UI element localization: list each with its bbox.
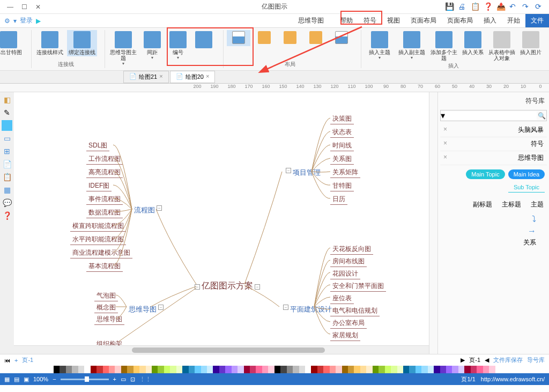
- mm-node[interactable]: 气泡图: [94, 291, 118, 301]
- mm-node[interactable]: 数据流程图: [86, 208, 123, 218]
- layout-3-button[interactable]: [278, 30, 302, 46]
- color-palette[interactable]: [0, 366, 549, 373]
- mm-node[interactable]: 平面建筑设计 −: [279, 304, 334, 345]
- mm-node[interactable]: 基本流程图: [86, 261, 123, 272]
- nav-lib-link[interactable]: 导号库: [527, 356, 545, 364]
- menu-view[interactable]: 视图: [382, 14, 405, 27]
- connector-style-button[interactable]: 连接线样式: [35, 30, 65, 56]
- side-item-brainstorm[interactable]: ×头脑风暴: [440, 123, 547, 137]
- mm-node[interactable]: 甘特图: [330, 181, 354, 191]
- menu-page-nav[interactable]: 页面布局: [405, 14, 442, 27]
- insert-from-table-button[interactable]: 从表格中插入对象: [487, 30, 517, 62]
- layout-4-button[interactable]: [304, 30, 328, 46]
- close-item-icon[interactable]: ×: [443, 125, 447, 135]
- window-minimize-icon[interactable]: —: [6, 3, 14, 11]
- mm-node[interactable]: 关系图: [330, 154, 354, 165]
- zoom-in-icon[interactable]: +: [113, 376, 116, 382]
- mm-node[interactable]: 组织构架: [94, 339, 124, 345]
- mm-node[interactable]: 水平跨职能流程图: [70, 234, 126, 245]
- relation-arrow-icon[interactable]: ⤵: [440, 212, 547, 226]
- qat-export-icon[interactable]: 📤: [496, 2, 506, 12]
- settings-gear-icon[interactable]: ⚙: [4, 17, 10, 25]
- insert-image-button[interactable]: 插入图片: [519, 30, 543, 56]
- login-link[interactable]: 登录: [20, 16, 33, 25]
- tool-9[interactable]: 💬: [2, 197, 12, 208]
- window-maximize-icon[interactable]: ☐: [20, 3, 28, 11]
- status-view-icon[interactable]: ▣: [24, 376, 29, 383]
- mm-node[interactable]: 安全和门禁平面图: [330, 281, 386, 292]
- status-fit-icon[interactable]: ⊡: [130, 376, 135, 383]
- numbering-button[interactable]: 编号▾: [166, 30, 190, 61]
- export-gantt-button[interactable]: 导出甘特图: [0, 30, 24, 56]
- mm-node[interactable]: IDEF图: [86, 181, 112, 191]
- mm-node[interactable]: SDL图: [86, 140, 109, 151]
- mm-node[interactable]: 概念图: [94, 302, 118, 313]
- pill-main-idea[interactable]: Main Idea: [508, 169, 545, 179]
- search-input[interactable]: [445, 112, 537, 120]
- tool-6[interactable]: 📄: [2, 159, 12, 169]
- status-grid-icon[interactable]: ▦: [4, 376, 10, 383]
- page-first-icon[interactable]: ⏮: [4, 357, 10, 364]
- menu-help[interactable]: 帮助: [335, 14, 358, 27]
- close-tab-icon[interactable]: ×: [159, 73, 162, 81]
- mm-node[interactable]: 日历: [330, 194, 347, 205]
- tool-8[interactable]: ▦: [2, 184, 12, 195]
- spacing-button[interactable]: 间距▾: [140, 30, 164, 61]
- menu-mindmap[interactable]: 思维导图: [293, 14, 329, 27]
- menu-page-layout[interactable]: 页面布局: [442, 14, 478, 27]
- page-add-icon[interactable]: +: [14, 357, 18, 364]
- close-tab-icon[interactable]: ×: [206, 73, 209, 81]
- play-icon[interactable]: ▶: [36, 17, 41, 25]
- search-icon[interactable]: 🔍: [537, 112, 546, 120]
- side-search[interactable]: ▾ 🔍: [440, 110, 547, 121]
- mm-node[interactable]: 高亮流程图: [86, 167, 123, 178]
- status-more-icon[interactable]: ⋮⋮: [139, 376, 151, 383]
- insert-topic-button[interactable]: 插入主题▾: [365, 30, 395, 61]
- qat-print-icon[interactable]: 🖨: [458, 2, 468, 12]
- status-page-icon[interactable]: ▭: [121, 376, 126, 383]
- bind-connector-button[interactable]: 绑定连接线: [67, 30, 97, 56]
- page-label[interactable]: 页-1: [22, 356, 33, 364]
- save-lib-link[interactable]: 文件库保存: [493, 356, 523, 364]
- scrollbar-thumb[interactable]: [132, 347, 325, 353]
- tool-10[interactable]: ❓: [2, 210, 12, 221]
- mm-node[interactable]: 商业流程建模示意图: [70, 248, 132, 258]
- zoom-out-icon[interactable]: −: [53, 376, 56, 382]
- mm-node[interactable]: 横直跨职能流程图: [70, 221, 126, 232]
- layout-2-button[interactable]: [253, 30, 276, 46]
- mm-node[interactable]: 座位表: [330, 293, 354, 304]
- zoom-slider[interactable]: [61, 379, 109, 380]
- canvas[interactable]: −亿图图示方案−项目管理 −决策图状态表时间线关系图关系矩阵甘特图日历平面建筑设…: [14, 92, 429, 345]
- qat-copy-icon[interactable]: 📋: [471, 2, 480, 12]
- pill-sub-topic[interactable]: Sub Topic: [508, 182, 545, 193]
- tool-3[interactable]: [2, 120, 12, 131]
- mm-node[interactable]: 时间线: [330, 140, 354, 151]
- mm-node[interactable]: 家居规划: [330, 330, 360, 341]
- menu-insert[interactable]: 插入: [478, 14, 502, 27]
- page-prev-icon[interactable]: ◀: [485, 357, 489, 364]
- menu-start[interactable]: 开始: [502, 14, 525, 27]
- relation-arrow2-icon[interactable]: →: [440, 226, 547, 238]
- horizontal-scrollbar[interactable]: [14, 345, 429, 354]
- layout-5-button[interactable]: [330, 30, 353, 46]
- dropdown-icon[interactable]: ▾: [13, 17, 17, 25]
- mm-node[interactable]: 状态表: [330, 127, 354, 138]
- side-item-symbol[interactable]: ×符号: [440, 137, 547, 151]
- zoom-thumb[interactable]: [85, 376, 89, 382]
- mm-node[interactable]: 思维导图: [94, 314, 124, 325]
- qat-redo-icon[interactable]: ↷: [522, 2, 532, 12]
- pill-main-topic[interactable]: Main Topic: [466, 169, 505, 179]
- mm-node[interactable]: −亿图图示方案−: [191, 280, 264, 292]
- window-close-icon[interactable]: ✕: [34, 3, 42, 11]
- insert-relation-button[interactable]: 插入关系: [461, 30, 485, 56]
- tool-1[interactable]: ◧: [2, 94, 12, 105]
- side-item-mindmap[interactable]: ×思维导图: [440, 151, 547, 165]
- mm-node[interactable]: 花园设计: [330, 269, 360, 279]
- extra-button[interactable]: [192, 30, 216, 50]
- doc-tab-20[interactable]: 📄绘图20×: [170, 71, 216, 83]
- search-dropdown-icon[interactable]: ▾: [441, 110, 445, 121]
- mm-node[interactable]: 电气和电信规划: [330, 306, 380, 316]
- qat-refresh-icon[interactable]: ⟳: [535, 2, 545, 12]
- tool-4[interactable]: ▭: [2, 133, 12, 144]
- qat-undo-icon[interactable]: ↶: [509, 2, 519, 12]
